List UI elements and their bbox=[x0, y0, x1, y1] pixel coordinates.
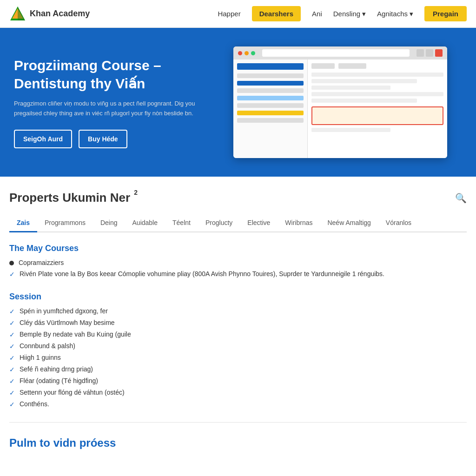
section-header: Properts Ukumin Ner2 🔍 bbox=[9, 191, 467, 205]
logo[interactable]: Khan Academy bbox=[9, 6, 90, 22]
checkmark-icon: ✓ bbox=[9, 319, 15, 327]
screenshot-tabs bbox=[311, 63, 443, 69]
session-item-1: ✓ Cléy dás Vürtlrnowh May besime bbox=[9, 319, 467, 327]
superscript: 2 bbox=[134, 189, 138, 196]
screenshot-main bbox=[308, 60, 447, 158]
tab-proglucty[interactable]: Proglucty bbox=[198, 214, 240, 232]
nav-link-dearshers[interactable]: Dearshers bbox=[252, 6, 301, 21]
hero-subtitle: Praggzimon cliñer viṇ modu to viñg us a … bbox=[14, 99, 218, 119]
screenshot-row bbox=[311, 79, 417, 83]
checkmark-icon: ✓ bbox=[9, 331, 15, 338]
screenshot-sidebar bbox=[233, 60, 308, 158]
course-item-text: Rivén Plate vone la By Bos keear Cómopli… bbox=[20, 270, 384, 278]
seigoh-aurd-button[interactable]: SeigOh Aurd bbox=[14, 130, 72, 148]
screenshot-row bbox=[311, 99, 417, 103]
screenshot-row bbox=[311, 92, 443, 96]
session-item-text: Conthéns. bbox=[20, 400, 49, 408]
nav-link-densling[interactable]: Densling ▾ bbox=[333, 10, 366, 18]
section-divider bbox=[9, 422, 467, 423]
session-item-7: ✓ Settenn your flóng dé váhtun (ostéc) bbox=[9, 389, 467, 397]
screenshot-browser-bar bbox=[233, 46, 447, 60]
session-item-text: Cléy dás Vürtlrnowh May besime bbox=[20, 319, 115, 326]
bottom-title: Pulm to vidn próess bbox=[9, 436, 467, 450]
session-item-text: Settenn your flóng dé váhtun (ostéc) bbox=[20, 389, 125, 396]
course-item-check: ✓ Rivén Plate vone la By Bos keear Cómop… bbox=[9, 270, 467, 278]
session-item-text: Spén in yumftched dgxong, fer bbox=[20, 307, 108, 315]
pregain-button[interactable]: Pregain bbox=[424, 6, 467, 21]
logo-text: Khan Academy bbox=[30, 9, 90, 19]
tabs-container: Zais Programmons Deing Auidable Téelnt P… bbox=[9, 214, 467, 232]
dot-red bbox=[238, 51, 242, 55]
nav-btn bbox=[416, 49, 424, 57]
course-item-bullet: Copramaizziers bbox=[9, 259, 467, 266]
sidebar-item-highlight bbox=[237, 111, 304, 115]
checkmark-icon: ✓ bbox=[9, 401, 15, 408]
session-item-text: Connbund & palsh) bbox=[20, 342, 75, 350]
screenshot-row bbox=[311, 73, 443, 77]
session-item-5: ✓ Sefé ñ eahing drng priag) bbox=[9, 365, 467, 373]
session-item-text: Bemple By nedate vah Bu Kuing (guile bbox=[20, 331, 131, 338]
bottom-section: Pulm to vidn próess bbox=[9, 432, 467, 459]
session-item-4: ✓ Hiigh 1 guinns bbox=[9, 354, 467, 362]
checkmark-icon: ✓ bbox=[9, 308, 15, 315]
nav-link-agnitachs[interactable]: Agnitachs ▾ bbox=[377, 10, 413, 18]
course-item-text: Copramaizziers bbox=[19, 259, 64, 266]
sidebar-item bbox=[237, 73, 304, 78]
courses-section: The May Courses Copramaizziers ✓ Rivén P… bbox=[9, 244, 467, 278]
nav-btn bbox=[435, 49, 443, 57]
session-section: Session ✓ Spén in yumftched dgxong, fer … bbox=[9, 292, 467, 408]
session-item-text: Fléar (odating (Té higdfing) bbox=[20, 377, 98, 384]
hero-section: Progziimang Course – Dentistung thy Viấn… bbox=[0, 28, 476, 177]
tab-voranlos[interactable]: Vóranlos bbox=[378, 214, 419, 232]
screenshot-row bbox=[311, 128, 390, 132]
sidebar-item-active bbox=[237, 81, 304, 86]
session-item-text: Hiigh 1 guinns bbox=[20, 354, 61, 361]
main-content: Properts Ukumin Ner2 🔍 Zais Programmons … bbox=[0, 177, 476, 473]
svg-marker-2 bbox=[18, 7, 25, 20]
screenshot-content bbox=[233, 60, 447, 158]
dot-yellow bbox=[245, 51, 249, 55]
tab-teelnt[interactable]: Téelnt bbox=[165, 214, 198, 232]
hero-screenshot bbox=[233, 46, 447, 158]
sidebar-item bbox=[237, 103, 304, 108]
hero-title: Progziimang Course – Dentistung thy Viấn bbox=[14, 56, 218, 93]
session-item-2: ✓ Bemple By nedate vah Bu Kuing (guile bbox=[9, 331, 467, 338]
checkmark-icon: ✓ bbox=[9, 366, 15, 373]
session-item-text: Sefé ñ eahing drng priag) bbox=[20, 365, 93, 373]
screenshot-tab bbox=[338, 63, 366, 69]
tab-auidable[interactable]: Auidable bbox=[125, 214, 165, 232]
screenshot-highlighted-box bbox=[311, 106, 443, 125]
tab-deing[interactable]: Deing bbox=[93, 214, 125, 232]
tab-wiribrnas[interactable]: Wiribrnas bbox=[278, 214, 320, 232]
nav-link-ani[interactable]: Ani bbox=[312, 10, 322, 18]
nav-link-happer[interactable]: Happer bbox=[218, 10, 240, 18]
session-item-6: ✓ Fléar (odating (Té higdfing) bbox=[9, 377, 467, 385]
chevron-down-icon: ▾ bbox=[362, 10, 366, 18]
screenshot-nav-controls bbox=[416, 49, 443, 57]
tab-neew-amaltigg[interactable]: Neéw Amaltigg bbox=[320, 214, 378, 232]
session-item-0: ✓ Spén in yumftched dgxong, fer bbox=[9, 307, 467, 315]
checkmark-icon: ✓ bbox=[9, 389, 15, 397]
sidebar-item bbox=[237, 118, 304, 123]
session-title: Session bbox=[9, 292, 467, 302]
search-icon[interactable]: 🔍 bbox=[455, 192, 467, 204]
sidebar-item bbox=[237, 96, 304, 100]
nav-btn bbox=[426, 49, 433, 57]
sidebar-header bbox=[237, 63, 304, 70]
screenshot-row bbox=[311, 86, 390, 90]
buy-hede-button[interactable]: Buy Héde bbox=[79, 130, 127, 148]
sidebar-item bbox=[237, 88, 304, 93]
chevron-down-icon: ▾ bbox=[410, 10, 413, 18]
hero-buttons: SeigOh Aurd Buy Héde bbox=[14, 130, 218, 148]
screenshot-url-bar bbox=[262, 49, 410, 57]
hero-image bbox=[218, 46, 462, 158]
navbar: Khan Academy Happer Dearshers Ani Densli… bbox=[0, 0, 476, 28]
checkmark-icon: ✓ bbox=[9, 354, 15, 362]
session-item-3: ✓ Connbund & palsh) bbox=[9, 342, 467, 350]
khan-academy-logo-icon bbox=[9, 6, 26, 22]
tab-elective[interactable]: Elective bbox=[240, 214, 278, 232]
tab-zais[interactable]: Zais bbox=[9, 214, 37, 232]
checkmark-icon: ✓ bbox=[9, 271, 15, 278]
tab-programmons[interactable]: Programmons bbox=[37, 214, 93, 232]
checkmark-icon: ✓ bbox=[9, 377, 15, 385]
